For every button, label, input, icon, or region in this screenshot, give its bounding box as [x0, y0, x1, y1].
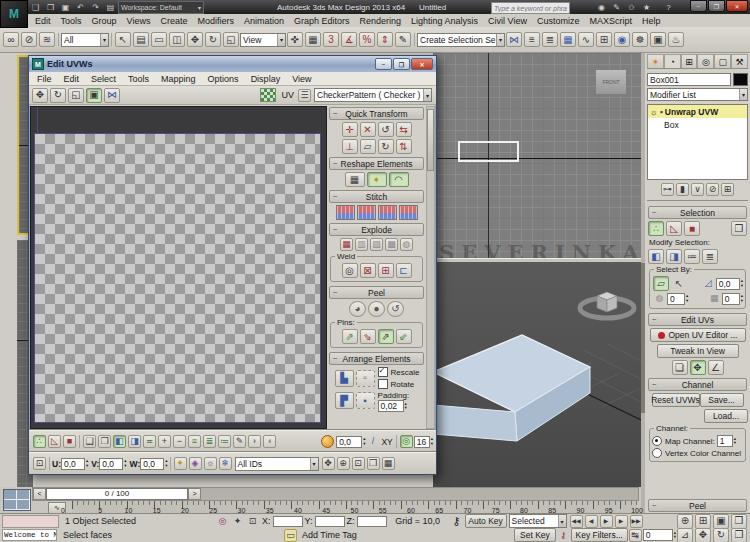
stitch-to-source-icon[interactable]	[378, 205, 397, 220]
minimize-button[interactable]: –	[690, 0, 707, 12]
uv-checker-area[interactable]	[34, 133, 321, 423]
select-element-icon[interactable]: ❒	[731, 221, 747, 236]
v-spinner[interactable]	[124, 459, 126, 468]
absolute-offset-icon[interactable]: ⊡	[246, 515, 259, 528]
communication-center-icon[interactable]: ✎	[610, 1, 623, 13]
select-by-name-icon[interactable]: ▤	[133, 32, 149, 47]
paint-brush-icon[interactable]: ✎	[233, 435, 246, 448]
undo-icon[interactable]: ↶	[74, 1, 87, 13]
zoom-extents-icon[interactable]: ❒	[367, 457, 380, 470]
planar-angle-field[interactable]: 0,0	[716, 278, 740, 290]
auto-key-button[interactable]: Auto Key	[465, 514, 507, 528]
flatten-by-group-icon[interactable]: ◍	[400, 238, 413, 251]
play-icon[interactable]: ▶	[600, 515, 613, 528]
rotate-cw-icon[interactable]: ↻	[378, 139, 394, 154]
rendered-frame-icon[interactable]: ▣	[650, 32, 666, 47]
weld-by-edge-icon[interactable]: ⊏	[396, 263, 412, 278]
selection-lock-icon[interactable]: ✦	[231, 515, 244, 528]
material-editor-icon[interactable]: ◉	[614, 32, 630, 47]
rollout-reshape-elements[interactable]: −Reshape Elements	[329, 157, 424, 170]
shrink-selection-icon[interactable]: ◨	[666, 249, 682, 264]
uvw-menu-item[interactable]: File	[31, 74, 58, 84]
menu-item[interactable]: Group	[87, 16, 122, 26]
next-frame-button[interactable]: >	[188, 488, 201, 500]
uvw-close-button[interactable]: ✕	[411, 58, 433, 70]
peel-mode-icon[interactable]: ●	[368, 301, 385, 317]
rollout-edit-uvs[interactable]: −Edit UVs	[648, 313, 747, 326]
material-ids-dropdown[interactable]: All IDs	[235, 457, 319, 471]
smoothing-group-spinner[interactable]	[686, 294, 688, 303]
pan-view-icon[interactable]: ✥	[695, 528, 711, 542]
make-unique-icon[interactable]: ∨	[691, 183, 704, 196]
pin-moved-icon[interactable]: ⇗	[378, 329, 394, 344]
brush-size-field[interactable]: 16	[414, 436, 430, 448]
reset-uvws-button[interactable]: Reset UVWs	[652, 393, 700, 407]
maximize-button[interactable]: ❐	[708, 0, 725, 12]
pack-together-icon[interactable]: ▪	[356, 392, 375, 409]
stitch-to-target-icon[interactable]	[357, 205, 376, 220]
sign-in-icon[interactable]: ✩	[625, 1, 638, 13]
quick-planar-map-icon[interactable]: ❏	[672, 360, 688, 375]
rotate-checkbox-row[interactable]: Rotate	[378, 379, 420, 389]
w-spinner[interactable]	[165, 459, 167, 468]
tweak-in-view-button[interactable]: Tweak In View	[657, 344, 739, 358]
texture-list-icon[interactable]: ☰	[298, 89, 311, 102]
uvw-menu-item[interactable]: View	[286, 74, 317, 84]
pack-normalize-icon[interactable]: ▙	[335, 370, 354, 387]
open-uv-editor-button[interactable]: Open UV Editor ...	[650, 328, 746, 342]
shrink-selection-icon[interactable]: −	[173, 435, 186, 448]
rectangular-selection-icon[interactable]: ▭	[151, 32, 167, 47]
rollout-peel-panel[interactable]: −Peel	[648, 499, 747, 512]
rotate-checkbox[interactable]	[378, 379, 388, 389]
smoothing-group-field[interactable]: 0	[667, 293, 685, 305]
edge-ring-icon[interactable]: ≔	[684, 249, 700, 264]
field-of-view-icon[interactable]: ⊿	[677, 528, 693, 542]
relax-until-flat-icon[interactable]: ▦	[345, 172, 365, 187]
selection-set-dropdown[interactable]: Selected	[509, 514, 567, 528]
xy-falloff-label[interactable]: XY	[381, 437, 392, 447]
modifier-list-dropdown[interactable]: Modifier List	[647, 88, 748, 101]
rollout-quick-transform[interactable]: −Quick Transform	[329, 107, 424, 120]
unpin-all-icon[interactable]: ⇙	[396, 329, 412, 344]
time-slider-track[interactable]: < 0 / 100 >	[32, 487, 639, 501]
menu-item[interactable]: Graph Editors	[289, 16, 355, 26]
help-icon[interactable]: ?	[662, 1, 675, 13]
viewcube-front[interactable]: FRONT	[595, 69, 627, 95]
space-vertical-icon[interactable]: ⇅	[396, 139, 412, 154]
edge-sub-icon[interactable]: ◺	[48, 435, 61, 448]
selection-filter-dropdown[interactable]: All	[61, 33, 109, 47]
prev-frame-icon[interactable]: ◀	[585, 515, 598, 528]
absolute-offset-toggle-icon[interactable]: ⊡	[33, 457, 46, 470]
uvw-minimize-button[interactable]: –	[375, 58, 392, 70]
set-key-mode-icon[interactable]: ⚷	[560, 530, 567, 540]
remove-modifier-icon[interactable]: ⊘	[706, 183, 719, 196]
select-loop-icon[interactable]: ≡	[188, 435, 201, 448]
z-field[interactable]	[357, 516, 387, 527]
u-field[interactable]: 0,0	[61, 458, 85, 470]
weld-all-icon[interactable]: ⊞	[378, 263, 394, 278]
split-per-smoothing-icon[interactable]: ▨	[370, 238, 383, 251]
snaps-toggle-icon[interactable]: 3	[323, 32, 339, 47]
configure-modifier-sets-icon[interactable]: ⊞	[721, 183, 734, 196]
uv-canvas[interactable]	[30, 106, 327, 429]
planar-angle-spinner[interactable]	[741, 279, 743, 288]
uvw-menu-item[interactable]: Display	[245, 74, 287, 84]
w-field[interactable]: 0,0	[140, 458, 164, 470]
zoom-region-icon[interactable]: ⊡	[352, 457, 365, 470]
open-file-icon[interactable]: ❒	[44, 1, 57, 13]
current-frame-field[interactable]: 0	[643, 529, 673, 541]
add-time-tag[interactable]: Add Time Tag	[302, 530, 357, 540]
rollout-stitch[interactable]: −Stitch	[329, 190, 424, 203]
load-uvs-button[interactable]: Load...	[704, 409, 748, 423]
rescale-checkbox-row[interactable]: Rescale	[378, 367, 420, 377]
show-map-toggle-icon[interactable]	[260, 88, 276, 102]
save-file-icon[interactable]: ▣	[59, 1, 72, 13]
menu-item[interactable]: Help	[637, 16, 666, 26]
mirror-uv-icon[interactable]: ⋈	[104, 88, 120, 103]
time-in-out-icon[interactable]: ↹	[629, 529, 642, 542]
menu-item[interactable]: Rendering	[355, 16, 407, 26]
zoom-all-icon[interactable]: ⊞	[695, 514, 711, 529]
window-crossing-icon[interactable]: ◫	[169, 32, 185, 47]
bulb-icon[interactable]: ☼	[650, 107, 658, 117]
move-uv-icon[interactable]: ✥	[32, 88, 48, 103]
